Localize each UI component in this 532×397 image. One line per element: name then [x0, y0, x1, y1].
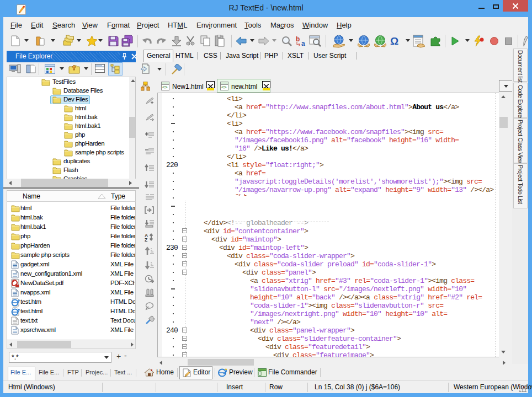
svg-text:Z: Z	[145, 237, 147, 242]
svg-text:<>: <>	[221, 85, 227, 90]
svg-text:<>: <>	[162, 85, 168, 90]
